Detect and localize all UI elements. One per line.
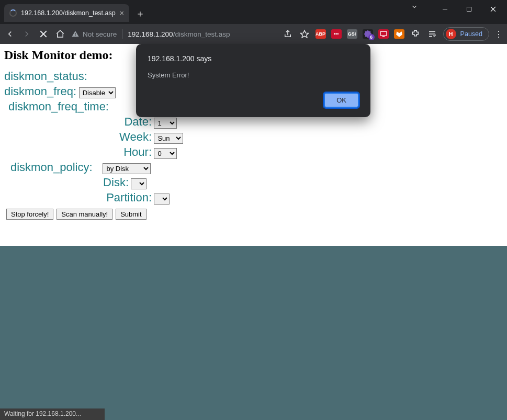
forward-button[interactable] (21, 28, 32, 40)
svg-marker-8 (300, 30, 308, 38)
hour-select[interactable]: 0 (154, 148, 177, 159)
extensions-puzzle-icon[interactable] (410, 28, 421, 40)
back-button[interactable] (4, 28, 16, 40)
reading-list-icon[interactable] (426, 28, 438, 40)
diskmon-policy-label: diskmon_policy: (10, 161, 100, 174)
lower-panel (0, 246, 507, 408)
stop-forcely-button[interactable]: Stop forcely! (6, 209, 53, 220)
hour-label: Hour: (4, 145, 152, 159)
partition-select[interactable] (154, 194, 170, 205)
diskmon-freq-select[interactable]: Disable (79, 87, 116, 98)
warning-triangle-icon (71, 30, 80, 38)
browser-menu-icon[interactable]: ⋮ (494, 29, 503, 39)
extension-gsi-icon[interactable]: GSI (347, 29, 357, 39)
diskmon-freq-time-label: diskmon_freq_time: (8, 100, 109, 113)
extension-lastpass-icon[interactable]: ••• (331, 29, 342, 39)
close-tab-icon[interactable]: × (120, 9, 124, 17)
date-label: Date: (4, 115, 152, 129)
browser-tab[interactable]: 192.168.1.200/diskmon_test.asp × (4, 4, 129, 22)
dialog-message: System Error! (148, 71, 359, 79)
disk-label: Disk: (4, 176, 129, 189)
submit-button[interactable]: Submit (116, 209, 146, 220)
avatar: H (446, 29, 456, 39)
profile-paused-chip[interactable]: H Paused (443, 27, 489, 41)
status-text: Waiting for 192.168.1.200... (4, 410, 81, 417)
extension-abp-icon[interactable]: ABP (316, 29, 326, 39)
dialog-title: 192.168.1.200 says (148, 54, 359, 63)
toolbar-right: ABP ••• GSI 6 H Paused ⋮ (282, 27, 503, 41)
tab-title: 192.168.1.200/diskmon_test.asp (21, 9, 116, 17)
home-button[interactable] (54, 28, 66, 40)
share-icon[interactable] (282, 28, 294, 40)
url-display[interactable]: 192.168.1.200/diskmon_test.asp (128, 30, 230, 38)
new-tab-button[interactable]: ＋ (136, 7, 145, 20)
site-security-indicator[interactable]: Not secure (71, 30, 117, 38)
dialog-ok-button[interactable]: OK (324, 93, 359, 108)
partition-label: Partition: (4, 191, 152, 205)
disk-select[interactable] (131, 178, 147, 189)
maximize-button[interactable] (458, 1, 480, 17)
window-titlebar: 192.168.1.200/diskmon_test.asp × ＋ (0, 0, 507, 24)
svg-rect-1 (467, 7, 471, 11)
bookmark-star-icon[interactable] (299, 28, 310, 40)
svg-rect-9 (380, 31, 387, 36)
paused-label: Paused (460, 30, 482, 38)
svg-marker-11 (396, 31, 402, 37)
svg-rect-6 (75, 33, 75, 35)
scan-manually-button[interactable]: Scan manually! (57, 209, 112, 220)
window-controls (434, 1, 504, 17)
url-path: /diskmon_test.asp (173, 30, 230, 38)
close-window-button[interactable] (482, 1, 504, 17)
svg-rect-7 (75, 35, 75, 36)
week-select[interactable]: Sun (154, 133, 183, 144)
week-label: Week: (4, 130, 152, 144)
extension-badge-count: 6 (368, 34, 375, 40)
not-secure-label: Not secure (83, 30, 117, 38)
diskmon-status-label: diskmon_status: (4, 70, 87, 83)
extension-fox-icon[interactable] (394, 29, 404, 39)
diskmon-policy-select[interactable]: by Disk (103, 163, 151, 174)
url-host: 192.168.1.200 (128, 30, 173, 38)
status-bar: Waiting for 192.168.1.200... (0, 408, 105, 420)
tab-search-icon[interactable] (411, 3, 418, 10)
diskmon-freq-label: diskmon_freq: (4, 85, 76, 98)
extension-monitor-icon[interactable] (378, 29, 389, 39)
js-alert-dialog: 192.168.1.200 says System Error! OK (136, 44, 370, 117)
extension-badge-icon[interactable]: 6 (363, 29, 373, 39)
minimize-button[interactable] (434, 1, 456, 17)
separator (122, 29, 122, 39)
date-select[interactable]: 1 (154, 118, 177, 129)
loading-spinner-icon (9, 9, 17, 17)
address-bar: Not secure 192.168.1.200/diskmon_test.as… (0, 24, 507, 44)
stop-reload-button[interactable] (38, 28, 49, 40)
